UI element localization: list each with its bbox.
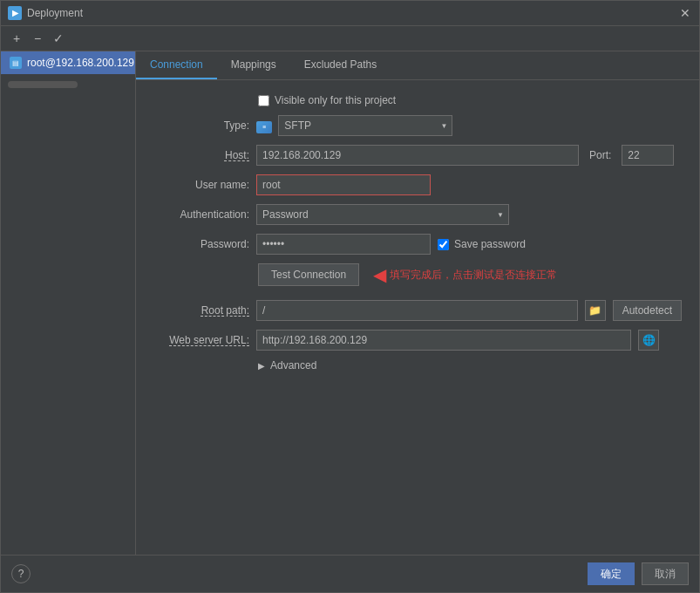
remove-button[interactable]: − [29,30,46,47]
password-label: Password: [153,238,249,250]
save-password-label: Save password [454,238,526,250]
form-area: Visible only for this project Type: ≡ SF… [136,80,699,555]
password-input[interactable] [256,234,431,255]
red-arrow-icon: ◀ [373,264,386,285]
server-icon: ▤ [10,57,22,69]
type-label: Type: [153,119,249,132]
port-input[interactable] [622,145,674,166]
tab-mappings[interactable]: Mappings [217,51,290,79]
confirm-button[interactable]: ✓ [50,30,67,47]
web-server-url-input[interactable] [256,330,631,351]
cancel-button[interactable]: 取消 [642,562,689,585]
sidebar-item-label: root@192.168.200.129:... [27,57,136,69]
host-label: Host: [153,149,249,161]
type-row: Type: ≡ SFTP FTP Local or mounted folder [153,115,682,136]
test-connection-button[interactable]: Test Connection [258,263,359,286]
save-password-row: Save password [438,238,526,250]
web-server-url-label: Web server URL: [153,334,249,346]
tabs-bar: Connection Mappings Excluded Paths [136,51,699,80]
bottom-bar: ? 确定 取消 [1,555,699,592]
root-path-input[interactable] [256,300,578,321]
port-label: Port: [589,149,611,161]
browse-folder-button[interactable]: 📁 [585,300,606,321]
app-icon: ▶ [8,6,22,20]
auth-row: Authentication: Password Key pair OpenSS… [153,204,682,225]
sftp-icon: ≡ [256,121,272,133]
host-input[interactable] [256,145,579,166]
close-button[interactable]: ✕ [678,6,692,20]
annotation-text: 填写完成后，点击测试是否连接正常 [390,268,557,283]
web-server-url-row: Web server URL: 🌐 [153,330,682,351]
add-button[interactable]: + [8,30,25,47]
root-path-label: Root path: [153,304,249,317]
username-label: User name: [153,179,249,191]
annotation: ◀ 填写完成后，点击测试是否连接正常 [373,264,557,285]
advanced-label: Advanced [270,359,316,371]
toolbar: + − ✓ [1,26,699,51]
help-button[interactable]: ? [11,564,31,583]
sidebar: ▤ root@192.168.200.129:... [1,51,136,555]
auth-select[interactable]: Password Key pair OpenSSH config and aut… [256,204,509,225]
tab-excluded-paths[interactable]: Excluded Paths [290,51,391,79]
deployment-dialog: ▶ Deployment ✕ + − ✓ ▤ root@192.168.200.… [0,0,700,593]
title-bar: ▶ Deployment ✕ [1,1,699,26]
username-row: User name: [153,174,682,195]
main-panel: Connection Mappings Excluded Paths Visib… [136,51,699,555]
bottom-buttons: 确定 取消 [588,562,689,585]
type-select-wrapper: ≡ SFTP FTP Local or mounted folder [256,115,452,136]
save-password-checkbox[interactable] [438,239,449,250]
autodetect-button[interactable]: Autodetect [613,300,682,321]
sidebar-item-root[interactable]: ▤ root@192.168.200.129:... [1,51,135,74]
open-browser-button[interactable]: 🌐 [638,330,659,351]
ok-button[interactable]: 确定 [588,562,635,585]
content-area: ▤ root@192.168.200.129:... Connection Ma… [1,51,699,555]
type-select[interactable]: SFTP FTP Local or mounted folder [278,115,452,136]
auth-label: Authentication: [153,208,249,221]
visible-only-row: Visible only for this project [258,94,682,106]
root-path-row: Root path: 📁 Autodetect [153,300,682,321]
test-connection-row: Test Connection ◀ 填写完成后，点击测试是否连接正常 [258,263,682,286]
password-row: Password: Save password [153,234,682,255]
auth-select-wrapper: Password Key pair OpenSSH config and aut… [256,204,509,225]
advanced-arrow-icon: ▶ [258,361,265,371]
advanced-section[interactable]: ▶ Advanced [258,359,682,371]
sidebar-scrollbar[interactable] [8,81,78,88]
dialog-title: Deployment [27,7,678,19]
visible-only-label: Visible only for this project [275,94,396,106]
username-input[interactable] [256,174,431,195]
host-row: Host: Port: [153,145,682,166]
tab-connection[interactable]: Connection [136,51,217,79]
visible-only-checkbox[interactable] [258,95,269,106]
